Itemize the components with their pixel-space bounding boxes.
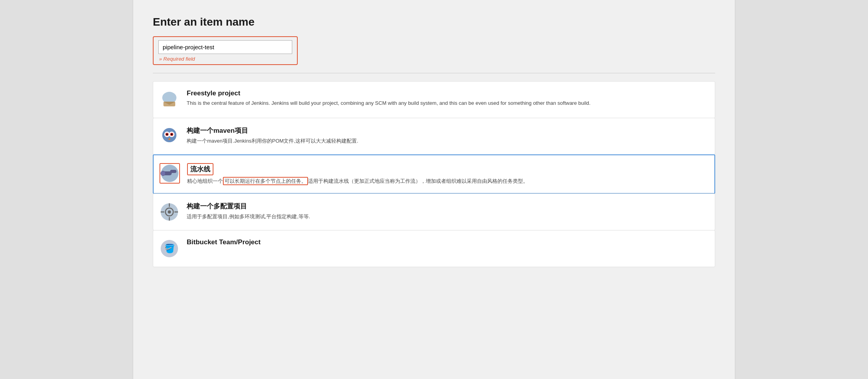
name-input-section: » Required field <box>153 36 715 65</box>
svg-text:🪣: 🪣 <box>164 243 175 254</box>
maven-desc: 构建一个maven项目.Jenkins利用你的POM文件,这样可以大大减轻构建配… <box>187 137 709 145</box>
name-input-highlight-box: » Required field <box>153 36 298 65</box>
pipeline-info: 流水线 精心地组织一个可以长期运行在多个节点上的任务。适用于构建流水线（更加正式… <box>187 163 708 185</box>
item-name-input[interactable] <box>158 40 292 54</box>
project-item-maven[interactable]: 构建一个maven项目 构建一个maven项目.Jenkins利用你的POM文件… <box>153 118 715 155</box>
freestyle-info: Freestyle project This is the central fe… <box>187 89 709 107</box>
freestyle-name: Freestyle project <box>187 89 709 97</box>
pipeline-desc: 精心地组织一个可以长期运行在多个节点上的任务。适用于构建流水线（更加正式地应当称… <box>187 177 708 185</box>
multiconfig-name: 构建一个多配置项目 <box>187 202 709 211</box>
main-panel: Enter an item name » Required field <box>133 0 735 379</box>
required-field-row: » Required field <box>158 56 292 62</box>
multiconfig-icon <box>159 202 180 222</box>
bitbucket-info: Bitbucket Team/Project <box>187 238 709 248</box>
section-divider <box>153 73 715 73</box>
page-title: Enter an item name <box>153 16 715 28</box>
project-item-pipeline[interactable]: 流水线 精心地组织一个可以长期运行在多个节点上的任务。适用于构建流水线（更加正式… <box>153 154 715 194</box>
pipeline-desc-highlight: 可以长期运行在多个节点上的任务。 <box>223 177 308 185</box>
pipeline-icon <box>160 163 180 184</box>
multiconfig-desc: 适用于多配置项目,例如多环境测试,平台指定构建,等等. <box>187 213 709 221</box>
maven-name: 构建一个maven项目 <box>187 126 709 135</box>
project-item-freestyle[interactable]: Freestyle project This is the central fe… <box>153 81 715 118</box>
multiconfig-info: 构建一个多配置项目 适用于多配置项目,例如多环境测试,平台指定构建,等等. <box>187 202 709 221</box>
page-container: Enter an item name » Required field <box>0 0 868 379</box>
svg-point-9 <box>171 134 172 135</box>
svg-point-8 <box>166 134 168 135</box>
maven-icon <box>159 126 180 147</box>
freestyle-icon <box>159 89 180 110</box>
project-item-bitbucket[interactable]: 🪣 Bitbucket Team/Project <box>153 230 715 267</box>
svg-point-21 <box>168 210 171 214</box>
svg-point-14 <box>161 171 165 176</box>
freestyle-desc: This is the central feature of Jenkins. … <box>187 99 709 107</box>
bitbucket-icon: 🪣 <box>159 238 180 259</box>
project-type-list: Freestyle project This is the central fe… <box>153 81 715 267</box>
required-field-message: » Required field <box>158 56 195 62</box>
project-item-multiconfig[interactable]: 构建一个多配置项目 适用于多配置项目,例如多环境测试,平台指定构建,等等. <box>153 193 715 230</box>
bitbucket-name: Bitbucket Team/Project <box>187 238 709 246</box>
pipeline-name: 流水线 <box>190 165 210 173</box>
svg-rect-13 <box>170 170 176 173</box>
maven-info: 构建一个maven项目 构建一个maven项目.Jenkins利用你的POM文件… <box>187 126 709 145</box>
